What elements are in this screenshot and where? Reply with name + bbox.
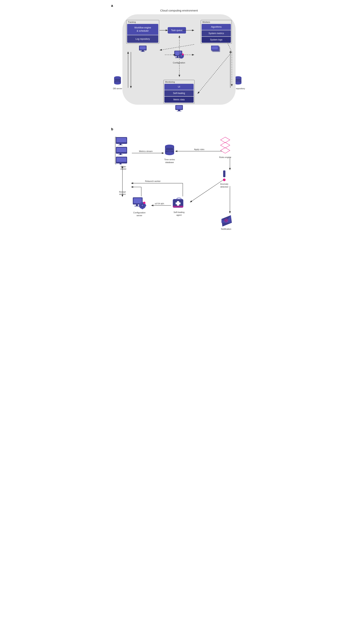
notification-icon: [220, 213, 233, 226]
notification-group: Notification: [220, 213, 233, 230]
restart-service-group: Restartservice: [115, 191, 130, 195]
svg-rect-11: [140, 46, 146, 50]
tsdb-icon: [164, 144, 175, 157]
svg-rect-27: [181, 58, 182, 58]
anomaly-group: Anomalydetected: [217, 170, 232, 188]
http-api-label: HTTP API: [155, 202, 164, 205]
rules-engine-group: Rules engine: [219, 136, 232, 158]
svg-point-77: [141, 204, 143, 206]
cloud-title: Cloud computing environment: [111, 9, 247, 12]
section-b-label: b: [111, 127, 247, 131]
tracking-monitor: [126, 45, 159, 53]
svg-rect-26: [181, 53, 182, 54]
anomaly-icon: [221, 170, 228, 181]
diagram-b-layout: Butlercluster Time seriesdatabase: [111, 132, 247, 249]
svg-point-9: [235, 76, 241, 79]
svg-rect-60: [120, 164, 121, 164]
restart-service-label: Restartservice: [115, 191, 130, 195]
diagram-b-container: b: [111, 127, 247, 249]
svg-marker-70: [221, 137, 230, 143]
svg-rect-32: [175, 58, 180, 58]
system-logs-box: System logs: [202, 37, 231, 43]
monitoring-monitor: [163, 105, 195, 112]
svg-rect-83: [136, 204, 138, 206]
svg-rect-36: [177, 111, 181, 111]
svg-point-4: [114, 76, 121, 79]
tsdb-label: Time seriesdatabase: [164, 158, 175, 164]
system-metrics-label: System metrics: [209, 32, 224, 35]
db-server-group: DB server: [113, 76, 122, 90]
config-server-icon: [132, 196, 147, 210]
config-server-group: Configurationserver: [132, 196, 147, 217]
config-server-label: Configurationserver: [132, 211, 147, 217]
svg-rect-34: [176, 106, 182, 109]
svg-point-67: [165, 152, 174, 155]
svg-rect-57: [118, 154, 123, 155]
svg-rect-12: [142, 50, 144, 52]
algorithms-label: Algorithms: [211, 26, 222, 28]
metric-data-box: Metric data: [164, 96, 194, 103]
svg-point-2: [114, 82, 121, 84]
task-queue-box: Task queue: [168, 27, 186, 34]
svg-rect-55: [117, 148, 126, 152]
system-logs-label: System logs: [210, 38, 222, 41]
tracking-label: Tracking: [128, 21, 158, 23]
svg-marker-71: [221, 142, 230, 148]
svg-rect-31: [177, 56, 178, 58]
svg-rect-13: [140, 52, 145, 52]
diagram-a-container: a Cloud computing environment DB server: [111, 4, 247, 124]
svg-rect-88: [175, 202, 181, 204]
svg-marker-72: [221, 148, 230, 153]
svg-point-7: [235, 82, 241, 84]
svg-rect-91: [223, 170, 225, 177]
ui-box: UI: [164, 84, 194, 90]
configuration-label: Configuration: [169, 62, 189, 64]
healing-agent-label: Self-healingagent: [171, 211, 187, 217]
healing-agent-group: Self-healingagent: [171, 196, 187, 217]
svg-rect-28: [178, 56, 180, 56]
svg-point-97: [226, 220, 227, 221]
metric-data-label: Metric data: [173, 98, 185, 101]
task-queue-label: Task queue: [171, 29, 183, 32]
svg-rect-79: [142, 208, 143, 209]
svg-rect-84: [134, 206, 139, 206]
system-metrics-box: System metrics: [202, 30, 231, 36]
metrics-stream-label: Metrics stream: [139, 150, 153, 152]
svg-rect-89: [173, 206, 183, 208]
svg-point-69: [165, 144, 174, 148]
svg-point-25: [181, 55, 182, 57]
healing-agent-icon: [171, 196, 187, 210]
self-healing-box: Self-healing: [164, 90, 194, 96]
db-server-icon: [113, 76, 122, 86]
svg-point-92: [223, 178, 226, 181]
svg-rect-52: [120, 144, 121, 145]
log-repo-label: Log repository: [135, 38, 150, 40]
workers-label: Workers: [202, 21, 231, 23]
log-repo-box: Log repository: [127, 35, 158, 43]
diagram-a-layout: DB server Data repository Tracking Workf…: [111, 14, 247, 124]
svg-rect-81: [145, 205, 146, 206]
svg-rect-35: [178, 110, 180, 111]
rules-engine-label: Rules engine: [219, 156, 232, 158]
butler-cluster-group: Butlercluster: [115, 136, 132, 170]
notification-label: Notification: [220, 228, 233, 230]
tsdb-group: Time seriesdatabase: [164, 144, 175, 164]
monitoring-label: Monitoring: [165, 81, 194, 83]
workers-monitor: [201, 45, 232, 55]
svg-rect-53: [118, 145, 123, 145]
svg-rect-17: [212, 46, 218, 49]
monitoring-group: Monitoring UI Self-healing Metric data: [163, 80, 195, 112]
workflow-label: Workflow engine& scheduler: [134, 26, 151, 32]
anomaly-label: Anomalydetected: [217, 183, 232, 188]
butler-cluster-icon: [115, 136, 130, 164]
svg-point-30: [182, 54, 184, 55]
svg-point-82: [143, 202, 145, 204]
svg-rect-78: [142, 202, 143, 203]
self-healing-label: Self-healing: [173, 92, 185, 94]
svg-rect-56: [120, 154, 121, 154]
workers-group: Workers Algorithms System metrics System…: [201, 20, 232, 55]
section-a-label: a: [111, 4, 247, 8]
db-server-label: DB server: [113, 87, 122, 90]
configuration-icon: [173, 49, 185, 60]
svg-rect-59: [117, 158, 126, 162]
